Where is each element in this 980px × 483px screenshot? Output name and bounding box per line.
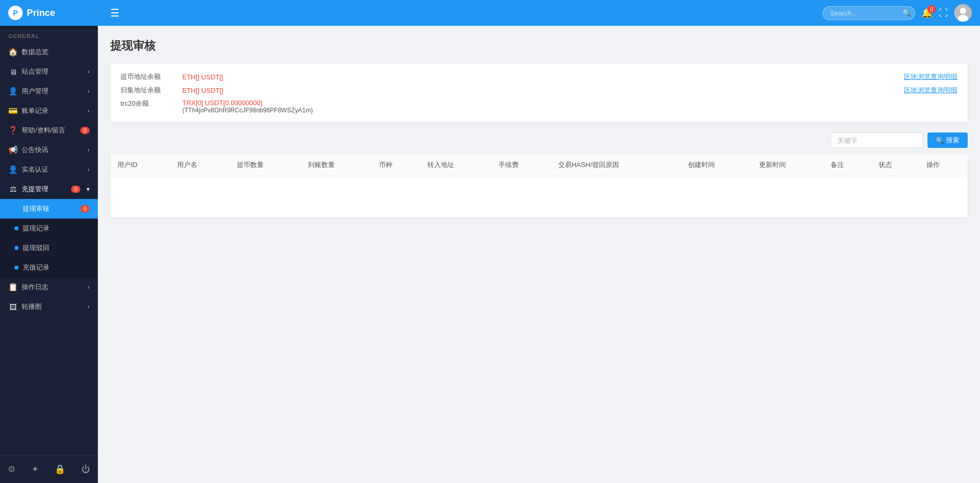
power-button[interactable]: ⏻ — [78, 461, 93, 478]
header-search-button[interactable]: 🔍 — [902, 9, 911, 17]
sidebar-item-label: 充值记录 — [23, 263, 90, 272]
announcement-icon: 📢 — [8, 145, 18, 155]
info-value-coin-balance: ETH[] USDT[] — [182, 73, 904, 81]
sidebar-item-real-name[interactable]: 👤 实名认证 › — [0, 160, 98, 179]
help-icon: ❓ — [8, 126, 18, 135]
search-button-label: 搜索 — [946, 136, 959, 145]
chevron-right-icon: › — [88, 284, 90, 291]
user-icon: 👤 — [8, 87, 18, 96]
fullscreen-button[interactable]: ⛶ — [939, 8, 948, 19]
layout: GENERAL 🏠 数据总览 🖥 站点管理 › 👤 用户管理 › 💳 账单记录 … — [0, 26, 980, 483]
lock-button[interactable]: 🔒 — [51, 461, 68, 478]
table-header-row: 用户ID 用户名 提币数量 到账数量 币种 转入地址 手续费 交易HASH/驳回… — [110, 154, 968, 176]
help-badge: 0 — [80, 127, 90, 134]
main-content: 提现审核 提币地址余额 ETH[] USDT[] 区块浏览查询明细 归集地址余额… — [98, 26, 980, 483]
info-row-trc20-balance: trc20余额 TRX[0] USDT[0.00000000] (TTh4joP… — [121, 99, 957, 114]
info-value-trc20: TRX[0] USDT[0.00000000] — [182, 99, 262, 107]
col-action: 操作 — [919, 154, 968, 176]
chevron-down-icon: ▾ — [87, 186, 90, 193]
dot-icon — [14, 265, 19, 270]
sidebar-item-label: 站点管理 — [22, 67, 83, 76]
logo-area: P Prince — [8, 6, 106, 20]
top-header: P Prince ☰ 🔍 🔔 0 ⛶ — [0, 0, 980, 26]
chevron-right-icon: › — [88, 68, 90, 75]
search-icon: 🔍 — [936, 137, 944, 144]
info-link-coin-balance[interactable]: 区块浏览查询明细 — [904, 72, 957, 81]
notification-button[interactable]: 🔔 0 — [921, 7, 933, 19]
col-username: 用户名 — [170, 154, 230, 176]
sidebar-item-withdraw-retrieve[interactable]: 提现驳回 — [0, 238, 98, 258]
sidebar-item-carousel[interactable]: 🖼 轮播图 › — [0, 297, 98, 317]
col-updated-time: 更新时间 — [752, 154, 823, 176]
logo-icon: P — [8, 6, 23, 20]
sidebar-item-label: 提现记录 — [23, 224, 90, 233]
col-remark: 备注 — [823, 154, 871, 176]
info-link-collect-balance[interactable]: 区块浏览查询明细 — [904, 86, 957, 95]
sidebar-bottom: ⚙ ✦ 🔒 ⏻ — [0, 455, 98, 483]
info-label-trc20: trc20余额 — [121, 99, 182, 108]
svg-point-1 — [960, 8, 966, 14]
settings-button[interactable]: ⚙ — [5, 461, 19, 478]
col-fee: 手续费 — [491, 154, 551, 176]
card-icon: 💳 — [8, 106, 18, 115]
sidebar-item-label: 实名认证 — [22, 165, 83, 174]
sidebar: GENERAL 🏠 数据总览 🖥 站点管理 › 👤 用户管理 › 💳 账单记录 … — [0, 26, 98, 483]
header-search-box: 🔍 — [822, 6, 915, 20]
sidebar-item-user-manage[interactable]: 👤 用户管理 › — [0, 81, 98, 101]
sidebar-item-withdraw-records[interactable]: 提现记录 — [0, 219, 98, 238]
table-container: 用户ID 用户名 提币数量 到账数量 币种 转入地址 手续费 交易HASH/驳回… — [110, 154, 968, 218]
sidebar-general-label: GENERAL — [0, 26, 98, 42]
sidebar-item-account-records[interactable]: 💳 账单记录 › — [0, 101, 98, 121]
tools-button[interactable]: ✦ — [28, 461, 42, 478]
sidebar-item-announcement[interactable]: 📢 公告快讯 › — [0, 140, 98, 160]
sidebar-item-label: 充提管理 — [22, 185, 67, 194]
sidebar-item-site-manage[interactable]: 🖥 站点管理 › — [0, 62, 98, 81]
sidebar-item-label: 操作日志 — [22, 282, 83, 292]
sidebar-item-label: 帮助/资料/留言 — [22, 126, 76, 135]
search-button[interactable]: 🔍 搜索 — [927, 132, 968, 148]
info-trc20-address: (TTh4joPv8GhR9RCcJF98nb96PF8WSZyA1m) — [182, 107, 957, 114]
sidebar-item-op-log[interactable]: 📋 操作日志 › — [0, 277, 98, 297]
info-label-coin-balance: 提币地址余额 — [121, 72, 182, 81]
chevron-right-icon: › — [88, 146, 90, 154]
home-icon: 🏠 — [8, 47, 18, 57]
sidebar-item-label: 用户管理 — [22, 87, 83, 96]
chevron-right-icon: › — [88, 88, 90, 95]
dot-icon — [14, 246, 19, 250]
col-tx-hash: 交易HASH/驳回原因 — [551, 154, 681, 176]
info-row-coin-balance: 提币地址余额 ETH[] USDT[] 区块浏览查询明细 — [121, 72, 957, 81]
menu-toggle-button[interactable]: ☰ — [106, 5, 124, 21]
logo-text: Prince — [27, 8, 55, 19]
info-value-collect-balance: ETH[] USDT[] — [182, 87, 904, 94]
chevron-right-icon: › — [88, 166, 90, 173]
sidebar-item-help[interactable]: ❓ 帮助/资料/留言 0 — [0, 121, 98, 140]
avatar[interactable] — [954, 4, 972, 22]
sidebar-item-label: 提现驳回 — [23, 243, 90, 253]
withdraw-review-badge: 0 — [80, 205, 90, 212]
image-icon: 🖼 — [8, 303, 18, 311]
sidebar-item-withdraw-review[interactable]: 提现审核 0 — [0, 199, 98, 219]
data-table: 用户ID 用户名 提币数量 到账数量 币种 转入地址 手续费 交易HASH/驳回… — [110, 154, 968, 218]
sidebar-item-dashboard[interactable]: 🏠 数据总览 — [0, 42, 98, 62]
sidebar-item-label: 提现审核 — [23, 204, 76, 213]
scale-icon: ⚖ — [8, 185, 18, 194]
sidebar-item-label: 公告快讯 — [22, 145, 83, 155]
charge-manage-badge: 0 — [71, 186, 80, 193]
info-row-collect-balance: 归集地址余额 ETH[] USDT[] 区块浏览查询明细 — [121, 86, 957, 95]
sidebar-item-label: 轮播图 — [22, 302, 83, 311]
search-bar: 🔍 搜索 — [110, 132, 968, 148]
sidebar-item-recharge-records[interactable]: 充值记录 — [0, 258, 98, 277]
dot-icon — [14, 207, 19, 211]
header-search-input[interactable] — [822, 6, 915, 20]
keyword-input[interactable] — [831, 132, 923, 148]
sidebar-item-label: 账单记录 — [22, 106, 83, 115]
log-icon: 📋 — [8, 282, 18, 292]
info-label-collect-balance: 归集地址余额 — [121, 86, 182, 95]
col-status: 状态 — [871, 154, 919, 176]
sidebar-item-charge-manage[interactable]: ⚖ 充提管理 0 ▾ — [0, 179, 98, 199]
monitor-icon: 🖥 — [8, 68, 18, 76]
chevron-right-icon: › — [88, 107, 90, 114]
sidebar-item-label: 数据总览 — [22, 47, 90, 57]
col-arrive-amount: 到账数量 — [301, 154, 372, 176]
col-withdraw-amount: 提币数量 — [230, 154, 301, 176]
